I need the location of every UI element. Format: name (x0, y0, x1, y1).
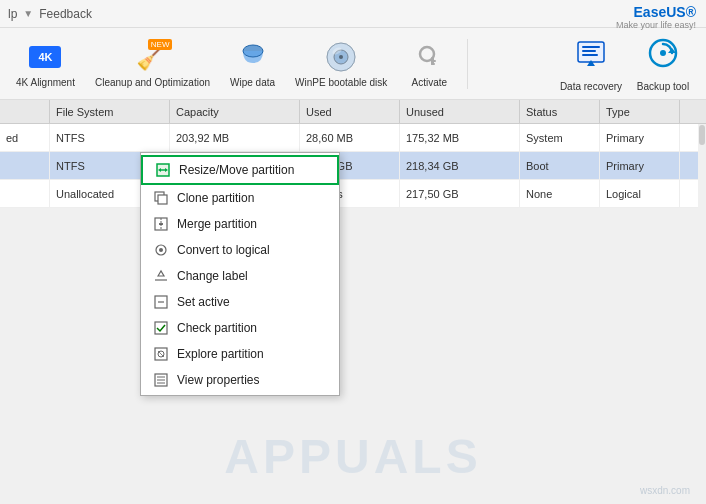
4k-alignment-icon: 4K (27, 39, 63, 75)
convert-icon (153, 242, 169, 258)
toolbar-wipe-data[interactable]: Wipe data (222, 32, 283, 96)
merge-icon (153, 216, 169, 232)
brand-area: EaseUS® Make your life easy! (616, 4, 696, 30)
winpe-label: WinPE bootable disk (295, 77, 387, 89)
td-col0-3 (0, 180, 50, 207)
th-capacity: Capacity (170, 100, 300, 123)
svg-rect-12 (582, 46, 600, 48)
th-used: Used (300, 100, 400, 123)
td-unused-2: 218,34 GB (400, 152, 520, 179)
data-recovery-tool[interactable]: Data recovery (556, 32, 626, 96)
clone-icon (153, 190, 169, 206)
td-type-2: Primary (600, 152, 680, 179)
wipe-data-label: Wipe data (230, 77, 275, 89)
th-col0 (0, 100, 50, 123)
menu-item-resize[interactable]: Resize/Move partition (141, 155, 339, 185)
svg-point-19 (660, 50, 666, 56)
table-header: File System Capacity Used Unused Status … (0, 100, 706, 124)
scroll-bar[interactable] (698, 124, 706, 504)
backup-icon (644, 34, 682, 79)
td-type-1: Primary (600, 124, 680, 151)
svg-point-4 (339, 55, 343, 59)
svg-rect-16 (589, 62, 593, 66)
svg-rect-14 (582, 54, 598, 56)
svg-rect-13 (582, 50, 596, 52)
context-menu: Resize/Move partition Clone partition (140, 152, 340, 396)
properties-icon (153, 372, 169, 388)
main-content: ed NTFS 203,92 MB 28,60 MB 175,32 MB Sys… (0, 124, 706, 504)
menu-item-set-active-label: Set active (177, 295, 230, 309)
th-unused: Unused (400, 100, 520, 123)
toolbar: 4K 4K Alignment 🧹 NEW Cleanup and Optimi… (0, 28, 706, 100)
svg-point-30 (159, 248, 163, 252)
menu-item-merge[interactable]: Merge partition (141, 211, 339, 237)
menu-item-set-active[interactable]: Set active (141, 289, 339, 315)
td-unused-3: 217,50 GB (400, 180, 520, 207)
scroll-thumb[interactable] (699, 125, 705, 145)
menu-item-properties[interactable]: View properties (141, 367, 339, 393)
menu-item-convert-label: Convert to logical (177, 243, 270, 257)
watermark-sub: wsxdn.com (640, 485, 690, 496)
td-status-3: None (520, 180, 600, 207)
activate-label: Activate (412, 77, 448, 89)
table-row[interactable]: NTFS 248,07 GB 29,73 GB 218,34 GB Boot P… (0, 152, 706, 180)
td-type-3: Logical (600, 180, 680, 207)
th-filesystem: File System (50, 100, 170, 123)
td-used-1: 28,60 MB (300, 124, 400, 151)
td-col0-1: ed (0, 124, 50, 151)
menu-item-clone[interactable]: Clone partition (141, 185, 339, 211)
activate-icon (411, 39, 447, 75)
table-row[interactable]: ed NTFS 203,92 MB 28,60 MB 175,32 MB Sys… (0, 124, 706, 152)
menu-item-explore-label: Explore partition (177, 347, 264, 361)
menu-item-change-label[interactable]: Change label (141, 263, 339, 289)
check-icon (153, 320, 169, 336)
4k-alignment-label: 4K Alignment (16, 77, 75, 89)
wipe-data-icon (235, 39, 271, 75)
data-recovery-icon (572, 34, 610, 79)
svg-marker-31 (158, 271, 164, 276)
svg-rect-10 (431, 63, 435, 65)
cleanup-icon: 🧹 NEW (134, 39, 170, 75)
backup-tool-label: Backup tool (637, 81, 689, 93)
watermark: APPUALS (224, 429, 481, 484)
toolbar-divider (467, 39, 468, 89)
change-label-icon (153, 268, 169, 284)
cleanup-label: Cleanup and Optimization (95, 77, 210, 89)
svg-rect-35 (155, 322, 167, 334)
data-recovery-label: Data recovery (560, 81, 622, 93)
svg-rect-25 (158, 195, 167, 204)
explore-icon (153, 346, 169, 362)
menu-item-check-label: Check partition (177, 321, 257, 335)
menu-item-clone-label: Clone partition (177, 191, 254, 205)
th-type: Type (600, 100, 680, 123)
toolbar-activate[interactable]: Activate (399, 32, 459, 96)
menu-item-check[interactable]: Check partition (141, 315, 339, 341)
table-body: ed NTFS 203,92 MB 28,60 MB 175,32 MB Sys… (0, 124, 706, 208)
td-unused-1: 175,32 MB (400, 124, 520, 151)
backup-tool[interactable]: Backup tool (628, 32, 698, 96)
td-status-2: Boot (520, 152, 600, 179)
th-status: Status (520, 100, 600, 123)
toolbar-winpe[interactable]: WinPE bootable disk (287, 32, 395, 96)
menu-item-resize-label: Resize/Move partition (179, 163, 294, 177)
app-short: lp (8, 7, 17, 21)
td-filesystem-1: NTFS (50, 124, 170, 151)
brand-name: EaseUS® (634, 4, 696, 20)
td-col0-2 (0, 152, 50, 179)
toolbar-cleanup[interactable]: 🧹 NEW Cleanup and Optimization (87, 32, 218, 96)
table-row[interactable]: Unallocated 0 Bytes 217,50 GB None Logic… (0, 180, 706, 208)
menu-item-explore[interactable]: Explore partition (141, 341, 339, 367)
new-badge: NEW (148, 39, 173, 50)
set-active-icon (153, 294, 169, 310)
toolbar-4k-alignment[interactable]: 4K 4K Alignment (8, 32, 83, 96)
feedback-label[interactable]: Feedback (39, 7, 92, 21)
td-status-1: System (520, 124, 600, 151)
resize-icon (155, 162, 171, 178)
title-bar: lp ▼ Feedback EaseUS® Make your life eas… (0, 0, 706, 28)
menu-item-merge-label: Merge partition (177, 217, 257, 231)
dropdown-arrow[interactable]: ▼ (23, 8, 33, 19)
menu-item-change-label-label: Change label (177, 269, 248, 283)
menu-item-convert[interactable]: Convert to logical (141, 237, 339, 263)
right-tools: Data recovery Backup tool (556, 32, 698, 96)
brand-tagline: Make your life easy! (616, 20, 696, 30)
